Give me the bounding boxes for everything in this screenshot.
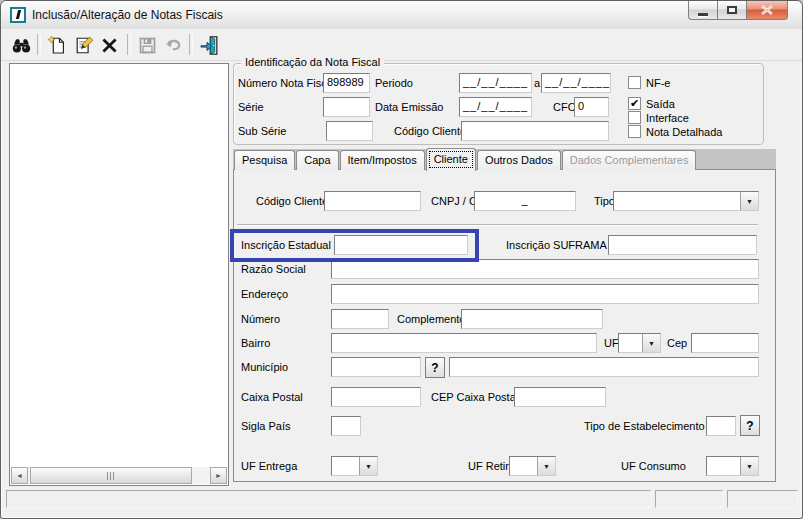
- maximize-icon: [727, 6, 737, 14]
- horizontal-scrollbar[interactable]: ◄ ►: [11, 467, 227, 484]
- uf-entrega-label: UF Entrega: [241, 460, 297, 472]
- numero-nota-fiscal-field[interactable]: 898989: [323, 73, 370, 93]
- section-divider: [237, 224, 758, 225]
- scrollbar-thumb[interactable]: [30, 467, 192, 484]
- cep-caixa-postal-field[interactable]: [514, 387, 606, 407]
- window-title: Inclusão/Alteração de Notas Fiscais: [32, 8, 223, 22]
- tipo-dropdown-button[interactable]: ▼: [740, 192, 758, 210]
- minimize-button[interactable]: [688, 1, 718, 20]
- titlebar[interactable]: Inclusão/Alteração de Notas Fiscais: [1, 1, 802, 30]
- codigo-cliente-header-field[interactable]: [461, 121, 609, 141]
- tipo-label: Tipo: [594, 195, 615, 207]
- cfop-field[interactable]: 0: [574, 97, 609, 117]
- interface-checkbox-label: Interface: [646, 112, 689, 124]
- binoculars-icon: [11, 35, 32, 56]
- cep-caixa-postal-label: CEP Caixa Postal: [431, 391, 518, 403]
- codigo-cliente-field[interactable]: [324, 191, 421, 211]
- chevron-down-icon: ▼: [543, 463, 550, 470]
- tabstrip: Pesquisa Capa Item/Impostos Cliente Outr…: [234, 147, 697, 170]
- uf-consumo-dropdown-button[interactable]: ▼: [740, 457, 758, 475]
- save-floppy-icon: [137, 35, 158, 56]
- results-listbox[interactable]: ◄ ►: [9, 63, 229, 486]
- toolbar-separator: [37, 34, 41, 55]
- tab-item-impostos[interactable]: Item/Impostos: [340, 150, 425, 170]
- tipo-estabelecimento-field[interactable]: [706, 416, 736, 436]
- window-controls: [688, 1, 788, 20]
- uf-combobox[interactable]: ▼: [618, 333, 661, 353]
- maximize-button[interactable]: [718, 1, 746, 20]
- delete-button[interactable]: [97, 33, 121, 57]
- inscricao-suframa-field[interactable]: [608, 235, 757, 255]
- uf-consumo-combobox[interactable]: ▼: [706, 456, 759, 476]
- cnpj-cpf-field[interactable]: _: [474, 191, 576, 211]
- tab-cliente[interactable]: Cliente: [426, 148, 476, 171]
- complemento-field[interactable]: [461, 309, 603, 329]
- close-button[interactable]: [746, 1, 788, 20]
- tab-outros-dados[interactable]: Outros Dados: [477, 150, 561, 170]
- tipo-estabelecimento-label: Tipo de Estabelecimento: [584, 420, 705, 432]
- bairro-label: Bairro: [241, 337, 270, 349]
- status-section-2: [655, 490, 723, 508]
- cep-field[interactable]: [691, 333, 759, 353]
- status-bar: [1, 488, 802, 512]
- bairro-field[interactable]: [331, 333, 597, 353]
- uf-entrega-dropdown-button[interactable]: ▼: [359, 457, 377, 475]
- close-icon: [761, 5, 773, 15]
- municipio-lookup-button[interactable]: ?: [425, 357, 445, 378]
- tab-pesquisa[interactable]: Pesquisa: [234, 150, 295, 170]
- chevron-down-icon: ▼: [746, 198, 753, 205]
- save-button[interactable]: [135, 33, 159, 57]
- periodo-fim-field[interactable]: __/__/____: [541, 73, 611, 93]
- inscricao-suframa-label: Inscrição SUFRAMA: [506, 239, 607, 251]
- cep-label: Cep: [667, 337, 687, 349]
- complemento-label: Complemento: [397, 313, 465, 325]
- nfe-checkbox-label: NF-e: [646, 77, 670, 89]
- edit-document-icon: [73, 35, 94, 56]
- groupbox-title: Identificação da Nota Fiscal: [241, 56, 384, 68]
- undo-arrow-icon: [163, 35, 184, 56]
- app-window: Inclusão/Alteração de Notas Fiscais: [0, 0, 803, 519]
- edit-button[interactable]: [71, 33, 95, 57]
- data-emissao-field[interactable]: __/__/____: [459, 97, 532, 117]
- find-button[interactable]: [9, 33, 33, 57]
- uf-dropdown-button[interactable]: ▼: [642, 334, 660, 352]
- saida-checkbox[interactable]: ✔ Saída: [628, 97, 675, 110]
- uf-retirada-combobox[interactable]: ▼: [509, 456, 556, 476]
- scrollbar-track[interactable]: [28, 467, 210, 484]
- periodo-inicio-field[interactable]: __/__/____: [459, 73, 532, 93]
- status-section-3: [727, 490, 798, 508]
- undo-button[interactable]: [161, 33, 185, 57]
- caixa-postal-field[interactable]: [331, 387, 421, 407]
- sigla-pais-label: Sigla País: [241, 420, 291, 432]
- exit-button[interactable]: [197, 33, 221, 57]
- tab-capa[interactable]: Capa: [296, 150, 338, 170]
- sigla-pais-field[interactable]: [331, 416, 361, 436]
- municipio-code-field[interactable]: [331, 357, 421, 377]
- numero-field[interactable]: [331, 309, 389, 329]
- endereco-field[interactable]: [331, 284, 759, 304]
- uf-label: UF: [604, 337, 619, 349]
- municipio-name-field[interactable]: [449, 357, 759, 377]
- sub-serie-label: Sub Série: [238, 125, 286, 137]
- razao-social-label: Razão Social: [241, 263, 306, 275]
- tipo-estabelecimento-lookup-button[interactable]: ?: [740, 415, 760, 436]
- uf-consumo-combobox-value: [707, 457, 740, 475]
- uf-entrega-combobox[interactable]: ▼: [331, 456, 378, 476]
- codigo-cliente-header-label: Código Cliente: [394, 125, 466, 137]
- status-section-main: [6, 490, 651, 508]
- uf-retirada-dropdown-button[interactable]: ▼: [537, 457, 555, 475]
- nota-detalhada-checkbox[interactable]: Nota Detalhada: [628, 125, 722, 138]
- serie-field[interactable]: [323, 97, 370, 117]
- serie-label: Série: [238, 101, 264, 113]
- scroll-left-button[interactable]: ◄: [11, 467, 28, 484]
- new-button[interactable]: [45, 33, 69, 57]
- saida-checkbox-label: Saída: [646, 98, 675, 110]
- scroll-right-button[interactable]: ►: [210, 467, 227, 484]
- endereco-label: Endereço: [241, 288, 288, 300]
- tab-dados-complementares[interactable]: Dados Complementares: [562, 150, 697, 170]
- tipo-combobox[interactable]: ▼: [613, 191, 759, 211]
- nfe-checkbox[interactable]: NF-e: [628, 76, 670, 89]
- sub-serie-field[interactable]: [326, 121, 373, 141]
- interface-checkbox[interactable]: Interface: [628, 111, 689, 124]
- razao-social-field[interactable]: [331, 259, 759, 279]
